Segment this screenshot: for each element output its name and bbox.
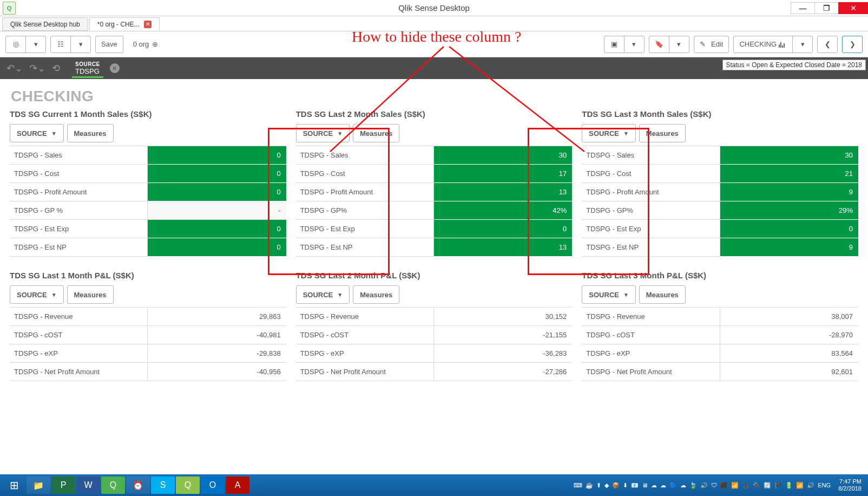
tray-icon[interactable]: 🔌 [753,482,760,489]
row-value: 9 [720,238,858,257]
tray-icon[interactable]: ☁ [660,482,666,489]
sheet-dropdown[interactable]: ▾ [792,36,813,53]
taskbar-clock[interactable]: 7:47 PM 8/2/2018 [838,478,862,492]
measures-button[interactable]: Measures [353,124,399,142]
taskbar-app[interactable]: O [201,477,225,494]
selection-chip[interactable]: SOURCE TDSPG [72,59,103,78]
tray-icon[interactable]: 🛡 [711,482,717,488]
tray-icon[interactable]: ⬛ [720,482,728,489]
nav-dropdown[interactable]: ▾ [25,36,46,53]
table-row: TDSPG - Sales0 [10,146,286,165]
source-dropdown[interactable]: SOURCE▼ [582,285,636,304]
next-sheet-button[interactable]: ❯ [842,36,863,53]
tab-app[interactable]: *0 org - CHE... ✕ [89,17,160,31]
taskbar-app[interactable]: Q [101,477,125,494]
selection-clear-icon[interactable]: ✕ [110,63,120,73]
tray-icon[interactable]: 🖥 [642,482,648,488]
tray-icon[interactable]: ☕ [586,482,593,489]
window-maximize[interactable]: ❐ [814,2,839,14]
breadcrumb[interactable]: 0 org ⊕ [128,36,164,53]
taskbar-app[interactable]: ⏰ [126,477,150,494]
sel-clear-all-icon[interactable]: ⟲ [52,62,60,74]
list-dropdown[interactable]: ▾ [70,36,91,53]
tray-icon[interactable]: ⌨ [574,482,582,489]
sheet-title: CHECKING [0,79,868,109]
tray-lang[interactable]: ENG [818,482,831,488]
row-label: TDSPG - eXP [10,344,148,363]
bookmark-button[interactable]: 🔖 [649,36,669,53]
save-button[interactable]: Save [95,36,123,53]
measures-button[interactable]: Measures [67,285,114,304]
tray-icon[interactable]: 🔋 [785,482,793,489]
measures-button[interactable]: Measures [353,285,399,304]
table-row: TDSPG - Est NP0 [10,238,286,257]
tray-icon[interactable]: 🔊 [807,482,814,489]
tray-icon[interactable]: ⬆ [596,482,601,489]
row-label: TDSPG - Est NP [10,238,148,257]
tray-icon[interactable]: 📶 [796,482,804,489]
table-row: TDSPG - cOST-40,981 [10,326,286,344]
taskbar-app[interactable]: S [151,477,175,494]
window-close[interactable]: ✕ [838,2,868,14]
tray-icon[interactable]: ◆ [604,482,609,489]
table-row: TDSPG - GP %- [10,201,286,220]
tray-icon[interactable]: 🎧 [742,482,749,489]
tray-icon[interactable]: ⬇ [623,482,628,489]
sheet-thumb-icon [779,41,785,48]
taskbar-app[interactable]: Q [176,477,200,494]
tray-icon[interactable]: 🔵 [669,482,677,489]
list-button[interactable]: ☷ [50,36,71,53]
table-row: TDSPG - Est NP9 [582,238,858,257]
table-row: TDSPG - Est NP13 [296,238,573,257]
source-dropdown[interactable]: SOURCE▼ [296,124,350,142]
row-label: TDSPG - Est Exp [10,220,148,238]
tray-icon[interactable]: 🍃 [689,482,697,489]
tray-icon[interactable]: 📶 [731,482,739,489]
window-title: Qlik Sense Desktop [398,3,470,12]
measures-button[interactable]: Measures [639,285,686,304]
selection-value: TDSPG [75,67,100,75]
row-value: 13 [434,183,572,201]
tab-close-icon[interactable]: ✕ [144,21,152,28]
source-dropdown[interactable]: SOURCE▼ [296,285,350,304]
taskbar-app[interactable]: P [51,477,75,494]
tab-hub[interactable]: Qlik Sense Desktop hub [2,17,88,31]
source-dropdown[interactable]: SOURCE▼ [10,124,64,142]
row-value: -40,981 [148,326,286,344]
tray-icon[interactable]: 📦 [612,482,620,489]
edit-button[interactable]: ✎ Edit [694,36,729,53]
nav-button[interactable]: ◎ [5,36,26,53]
measures-button[interactable]: Measures [639,124,686,142]
tray-icon[interactable]: ☁ [651,482,657,489]
row-value: 29% [720,201,858,220]
source-dropdown[interactable]: SOURCE▼ [582,124,636,142]
panel-table: TDSPG - Sales30TDSPG - Cost17TDSPG - Pro… [296,146,573,257]
selection-bar: ↶⌄ ↷⌄ ⟲ SOURCE TDSPG ✕ Status = Open & E… [0,57,868,79]
start-button[interactable]: ⊞ [2,474,26,496]
sel-back-icon[interactable]: ↶⌄ [6,62,23,74]
row-value: 0 [148,146,286,165]
tray-icon[interactable]: 🔄 [764,482,771,489]
taskbar-app[interactable]: W [76,477,100,494]
pencil-icon: ✎ [700,40,706,48]
table-row: TDSPG - cOST-28,970 [582,326,858,344]
row-value: -27,286 [434,363,572,381]
taskbar-app[interactable]: A [226,477,249,494]
measures-button[interactable]: Measures [67,124,114,142]
row-label: TDSPG - Sales [582,146,720,165]
tray-icon[interactable]: 🔊 [700,482,708,489]
story-dropdown[interactable]: ▾ [624,36,645,53]
taskbar-app[interactable]: 📁 [27,477,50,494]
prev-sheet-button[interactable]: ❮ [817,36,838,53]
panel-table: TDSPG - Revenue29,863TDSPG - cOST-40,981… [10,307,286,381]
tray-icon[interactable]: 📧 [631,482,639,489]
sheet-selector[interactable]: CHECKING [733,36,793,53]
window-minimize[interactable]: — [791,2,815,14]
sel-forward-icon[interactable]: ↷⌄ [29,62,45,74]
tray-icon[interactable]: 🏴 [774,482,782,489]
story-button[interactable]: ▣ [604,36,624,53]
tray-icon[interactable]: ☁ [680,482,686,489]
row-value: 17 [434,165,572,183]
bookmark-dropdown[interactable]: ▾ [669,36,689,53]
source-dropdown[interactable]: SOURCE▼ [10,285,64,304]
